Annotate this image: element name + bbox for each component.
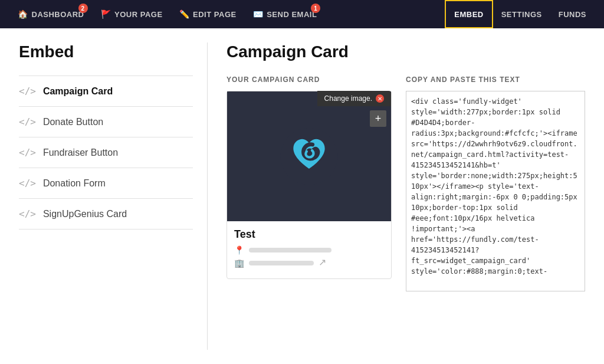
sidebar-item-donation-form-label: Donation Form xyxy=(43,178,106,189)
nav-send-email-label: SEND EMAIL xyxy=(267,10,317,19)
card-campaign-name: Test xyxy=(234,228,384,241)
code-bracket-icon-5: </> xyxy=(19,208,36,219)
top-navigation: 🏠 DASHBOARD 2 🚩 YOUR PAGE ✏️ EDIT PAGE ✉… xyxy=(0,0,604,28)
nav-dashboard-label: DASHBOARD xyxy=(32,10,84,19)
sidebar-item-fundraiser-button-label: Fundraiser Button xyxy=(43,147,118,158)
main-content: Campaign Card YOUR CAMPAIGN CARD Change … xyxy=(208,42,585,350)
code-bracket-icon: </> xyxy=(19,86,36,97)
card-building-line xyxy=(249,261,314,265)
card-share-button[interactable]: ↗ xyxy=(319,257,326,268)
nav-send-email[interactable]: ✉️ SEND EMAIL 1 xyxy=(245,0,326,28)
card-location-line xyxy=(249,248,331,252)
change-image-button[interactable]: Change image. ✕ xyxy=(317,91,391,106)
nav-funds-label: FUNDS xyxy=(559,10,586,19)
card-image-area xyxy=(227,91,391,221)
dashboard-icon: 🏠 xyxy=(18,9,28,19)
send-email-icon: ✉️ xyxy=(253,9,264,19)
nav-your-page[interactable]: 🚩 YOUR PAGE xyxy=(93,0,171,28)
sidebar-item-fundraiser-button[interactable]: </> Fundraiser Button xyxy=(19,137,193,168)
nav-settings[interactable]: SETTINGS xyxy=(493,0,550,28)
dashboard-badge: 2 xyxy=(78,4,88,13)
sidebar: Embed </> Campaign Card </> Donate Butto… xyxy=(19,42,208,350)
sidebar-item-signupgenius-card-label: SignUpGenius Card xyxy=(43,209,127,219)
location-icon: 📍 xyxy=(234,245,244,255)
send-email-badge: 1 xyxy=(311,4,320,13)
main-title: Campaign Card xyxy=(226,42,585,61)
add-icon: + xyxy=(375,113,382,125)
card-location-row: 📍 xyxy=(234,245,384,255)
nav-embed[interactable]: EMBED xyxy=(445,0,493,28)
sidebar-item-donate-button-label: Donate Button xyxy=(43,117,103,127)
campaign-card-preview: Change image. ✕ + xyxy=(226,91,392,279)
nav-edit-page-label: EDIT PAGE xyxy=(193,10,237,19)
nav-edit-page[interactable]: ✏️ EDIT PAGE xyxy=(171,0,245,28)
code-bracket-icon-3: </> xyxy=(19,147,36,158)
code-section: COPY AND PASTE THIS TEXT xyxy=(406,76,585,293)
nav-funds[interactable]: FUNDS xyxy=(550,0,595,28)
sidebar-item-donation-form[interactable]: </> Donation Form xyxy=(19,168,193,199)
sidebar-item-campaign-card[interactable]: </> Campaign Card xyxy=(19,76,193,107)
card-section: YOUR CAMPAIGN CARD Change image. ✕ + xyxy=(226,76,392,293)
change-image-label: Change image. xyxy=(324,94,372,103)
card-section-label: YOUR CAMPAIGN CARD xyxy=(226,76,392,84)
code-bracket-icon-2: </> xyxy=(19,116,36,127)
code-bracket-icon-4: </> xyxy=(19,178,36,189)
sidebar-item-donate-button[interactable]: </> Donate Button xyxy=(19,107,193,137)
nav-settings-label: SETTINGS xyxy=(501,10,542,19)
code-section-label: COPY AND PASTE THIS TEXT xyxy=(406,76,585,84)
sidebar-title: Embed xyxy=(19,42,193,61)
your-page-icon: 🚩 xyxy=(101,9,111,19)
card-add-button[interactable]: + xyxy=(370,110,386,127)
nav-your-page-label: YOUR PAGE xyxy=(114,10,163,19)
card-body: Test 📍 🏢 ↗ xyxy=(227,221,391,278)
sidebar-item-campaign-card-label: Campaign Card xyxy=(43,86,113,97)
edit-page-icon: ✏️ xyxy=(179,9,190,19)
content-grid: YOUR CAMPAIGN CARD Change image. ✕ + xyxy=(226,76,585,293)
page-content: Embed </> Campaign Card </> Donate Butto… xyxy=(0,28,604,364)
change-image-close-icon[interactable]: ✕ xyxy=(376,94,384,103)
card-building-row: 🏢 ↗ xyxy=(234,258,384,268)
sidebar-item-signupgenius-card[interactable]: </> SignUpGenius Card xyxy=(19,199,193,229)
nav-embed-label: EMBED xyxy=(454,10,483,19)
building-icon: 🏢 xyxy=(234,258,244,268)
nav-dashboard[interactable]: 🏠 DASHBOARD 2 xyxy=(9,0,93,28)
embed-code-textarea[interactable] xyxy=(406,91,585,291)
campaign-logo xyxy=(280,127,339,186)
